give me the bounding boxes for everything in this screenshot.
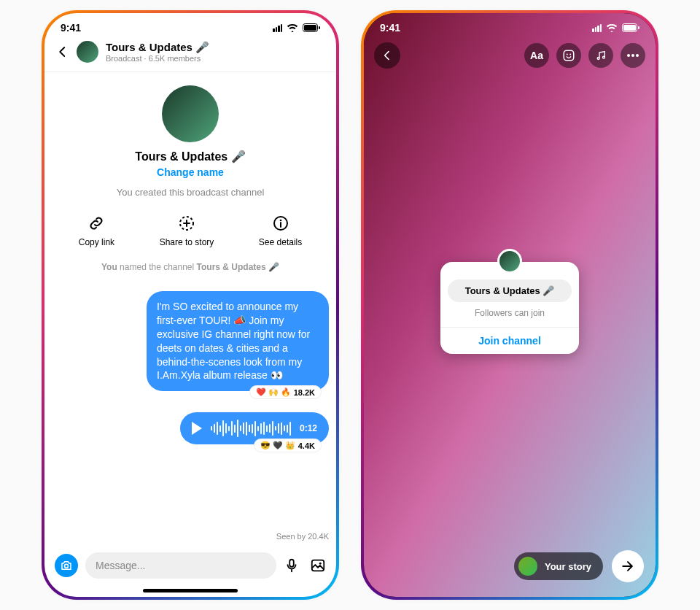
link-icon <box>87 214 106 233</box>
reaction-count: 4.4K <box>298 441 315 450</box>
sticker-subtitle: Followers can join <box>448 308 572 318</box>
gallery-icon[interactable] <box>310 557 326 574</box>
share-icon <box>177 214 196 233</box>
copy-link-label: Copy link <box>79 237 114 247</box>
device-frame-story: 9:41 Aa Tours & Updates 🎤 Followe <box>361 10 658 600</box>
channel-sticker[interactable]: Tours & Updates 🎤 Followers can join Joi… <box>440 262 579 354</box>
status-icons <box>273 23 320 32</box>
home-indicator <box>143 589 238 592</box>
share-to-story-button[interactable]: Share to story <box>160 214 214 247</box>
cellular-icon <box>273 24 282 32</box>
svg-rect-12 <box>638 26 639 29</box>
music-tool[interactable] <box>588 43 613 68</box>
seen-by: Seen by 20.4K <box>44 528 336 547</box>
svg-rect-13 <box>564 50 574 61</box>
back-icon[interactable] <box>56 45 69 58</box>
message-bubble: I'm SO excited to announce my first-ever… <box>147 291 329 391</box>
info-icon <box>271 214 290 233</box>
story-bottom-bar: Your story <box>364 538 656 597</box>
camera-button[interactable] <box>55 554 78 577</box>
channel-avatar-large[interactable] <box>162 85 219 142</box>
battery-icon <box>622 23 639 32</box>
chevron-left-icon <box>381 50 393 61</box>
channel-screen: 9:41 Tours & Updates 🎤 Broadcast · 6.5K … <box>44 13 336 597</box>
channel-subtitle: Broadcast · 6.5K members <box>106 54 209 63</box>
svg-rect-1 <box>304 25 316 31</box>
svg-rect-11 <box>623 25 636 31</box>
post-story-button[interactable] <box>612 550 644 582</box>
sticker-tool[interactable] <box>556 43 581 68</box>
text-reactions[interactable]: ❤️ 🙌 🔥 18.2K <box>249 385 322 399</box>
reaction-count: 18.2K <box>294 388 315 397</box>
story-toolbar: Aa <box>364 34 656 77</box>
status-time: 9:41 <box>61 22 81 34</box>
see-details-button[interactable]: See details <box>259 214 302 247</box>
svg-point-15 <box>569 54 571 55</box>
reaction-emojis: 😎 🖤 👑 <box>260 441 295 450</box>
audio-message[interactable]: 0:12 😎 🖤 👑 4.4K <box>52 412 329 452</box>
wifi-icon <box>287 23 298 32</box>
cellular-icon <box>592 24 602 32</box>
copy-link-button[interactable]: Copy link <box>79 214 114 247</box>
reaction-emojis: ❤️ 🙌 🔥 <box>256 387 291 397</box>
arrow-right-icon <box>621 559 635 574</box>
status-icons <box>592 23 639 32</box>
sticker-title: Tours & Updates 🎤 <box>448 279 572 302</box>
status-bar: 9:41 <box>364 13 656 34</box>
hero-title: Tours & Updates 🎤 <box>135 150 245 163</box>
svg-rect-7 <box>289 560 294 567</box>
audio-duration: 0:12 <box>300 423 317 433</box>
channel-avatar-small[interactable] <box>77 41 98 63</box>
channel-title: Tours & Updates 🎤 <box>106 41 209 54</box>
camera-icon <box>60 559 73 572</box>
svg-point-20 <box>636 54 639 57</box>
your-avatar <box>518 557 537 576</box>
change-name-link[interactable]: Change name <box>157 166 224 178</box>
wifi-icon <box>606 23 618 32</box>
sticker-avatar <box>497 249 522 274</box>
status-time: 9:41 <box>380 22 400 34</box>
your-story-chip[interactable]: Your story <box>514 552 603 580</box>
more-tool[interactable] <box>621 43 645 68</box>
sticker-icon <box>562 49 575 62</box>
svg-point-9 <box>319 563 322 565</box>
created-text: You created this broadcast channel <box>117 187 265 198</box>
story-back-button[interactable] <box>374 42 400 69</box>
svg-point-16 <box>597 58 599 60</box>
svg-point-14 <box>567 54 568 55</box>
svg-point-19 <box>631 54 634 57</box>
share-label: Share to story <box>160 237 214 247</box>
story-canvas[interactable]: Tours & Updates 🎤 Followers can join Joi… <box>364 77 656 538</box>
join-channel-button[interactable]: Join channel <box>448 335 572 347</box>
details-label: See details <box>259 237 302 247</box>
music-icon <box>595 50 607 61</box>
text-message[interactable]: I'm SO excited to announce my first-ever… <box>52 291 329 399</box>
more-icon <box>627 54 639 57</box>
mic-icon[interactable] <box>284 557 300 574</box>
svg-rect-2 <box>319 26 320 29</box>
composer: Message... <box>44 547 336 586</box>
svg-point-18 <box>627 54 630 57</box>
svg-point-5 <box>279 220 281 222</box>
svg-point-17 <box>603 56 605 58</box>
channel-header: Tours & Updates 🎤 Broadcast · 6.5K membe… <box>44 34 336 72</box>
message-input[interactable]: Message... <box>85 552 276 579</box>
message-list: I'm SO excited to announce my first-ever… <box>44 291 336 528</box>
story-screen: 9:41 Aa Tours & Updates 🎤 Followe <box>364 13 656 597</box>
named-channel-line: You named the channel Tours & Updates 🎤 <box>101 262 279 272</box>
battery-icon <box>303 23 320 32</box>
your-story-label: Your story <box>545 561 591 572</box>
svg-point-6 <box>65 564 69 568</box>
audio-reactions[interactable]: 😎 🖤 👑 4.4K <box>254 439 322 452</box>
channel-hero: Tours & Updates 🎤 Change name You create… <box>44 72 336 291</box>
play-icon[interactable] <box>192 422 202 435</box>
text-tool[interactable]: Aa <box>524 43 549 68</box>
status-bar: 9:41 <box>44 13 336 34</box>
device-frame-channel: 9:41 Tours & Updates 🎤 Broadcast · 6.5K … <box>42 10 339 600</box>
audio-waveform <box>211 420 291 437</box>
